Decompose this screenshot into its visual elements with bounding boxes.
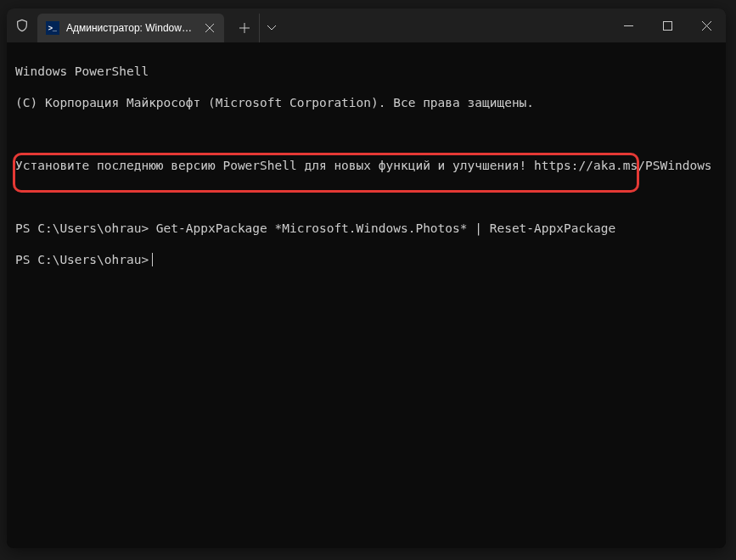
minimize-button[interactable]	[609, 8, 648, 42]
terminal-line: Установите последнюю версию PowerShell д…	[15, 158, 717, 174]
admin-shield-icon	[7, 8, 37, 42]
blank-line	[15, 126, 717, 143]
tab-title: Администратор: Windows Po	[66, 22, 195, 34]
terminal-prompt-line: PS C:\Users\ohrau> Get-AppxPackage *Micr…	[15, 221, 717, 237]
terminal-line: (C) Корпорация Майкрософт (Microsoft Cor…	[15, 95, 717, 111]
terminal-line: Windows PowerShell	[15, 64, 717, 80]
powershell-icon: >_	[46, 21, 59, 35]
svg-rect-5	[663, 21, 671, 30]
new-tab-button[interactable]	[229, 14, 260, 42]
terminal-content[interactable]: Windows PowerShell (C) Корпорация Майкро…	[7, 42, 726, 548]
terminal-window: >_ Администратор: Windows Po	[7, 8, 726, 548]
tab-dropdown-button[interactable]	[260, 14, 284, 42]
window-controls	[609, 8, 726, 42]
blank-line	[15, 189, 717, 205]
terminal-prompt-line: PS C:\Users\ohrau>	[15, 252, 717, 268]
tab-powershell[interactable]: >_ Администратор: Windows Po	[37, 14, 224, 42]
titlebar: >_ Администратор: Windows Po	[7, 8, 726, 42]
tab-close-button[interactable]	[202, 20, 217, 36]
maximize-button[interactable]	[648, 8, 687, 42]
close-button[interactable]	[687, 8, 726, 42]
cursor	[152, 253, 153, 266]
